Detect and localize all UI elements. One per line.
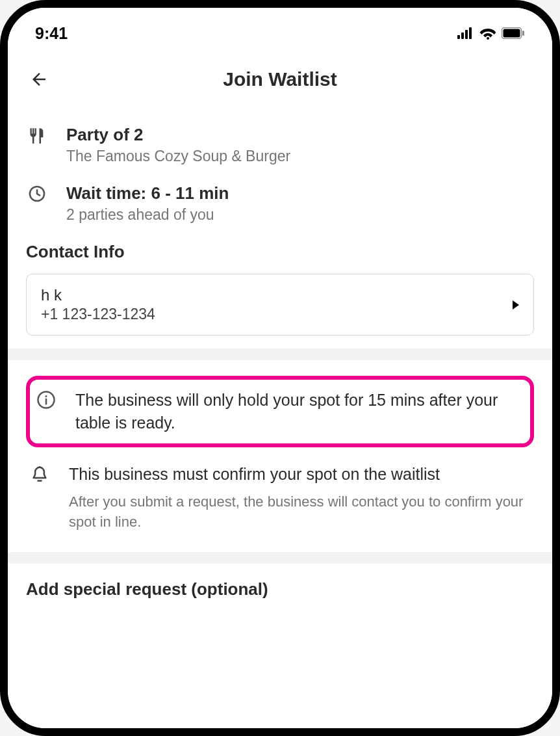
svg-rect-7: [522, 31, 524, 36]
wifi-icon: [479, 27, 496, 40]
svg-rect-6: [503, 29, 520, 38]
bell-icon: [30, 464, 49, 485]
confirm-title: This business must confirm your spot on …: [69, 463, 531, 486]
section-divider: [8, 552, 552, 564]
svg-point-11: [45, 395, 47, 397]
svg-point-4: [487, 37, 489, 40]
contact-card[interactable]: h k +1 123-123-1234: [26, 274, 534, 335]
wait-time: Wait time: 6 - 11 min: [66, 183, 534, 204]
wait-row: Wait time: 6 - 11 min 2 parties ahead of…: [26, 183, 534, 224]
contact-name: h k: [41, 286, 155, 304]
arrow-left-icon: [29, 70, 49, 89]
svg-rect-1: [461, 33, 464, 39]
restaurant-name: The Famous Cozy Soup & Burger: [66, 148, 534, 165]
hold-spot-notice: The business will only hold your spot fo…: [26, 376, 534, 447]
status-bar: 9:41: [8, 8, 552, 40]
caret-right-icon: [513, 300, 519, 309]
restaurant-icon: [28, 126, 46, 146]
page-title: Join Waitlist: [8, 68, 552, 90]
status-icons: [457, 27, 525, 40]
svg-point-13: [39, 466, 41, 468]
svg-rect-2: [465, 30, 468, 39]
battery-icon: [502, 27, 525, 39]
svg-rect-3: [469, 27, 472, 39]
cellular-icon: [457, 27, 474, 39]
section-divider: [8, 348, 552, 360]
contact-section-title: Contact Info: [26, 242, 534, 262]
special-request-label[interactable]: Add special request (optional): [26, 579, 534, 599]
party-size: Party of 2: [66, 125, 534, 145]
confirm-detail: After you submit a request, the business…: [69, 492, 531, 532]
contact-phone: +1 123-123-1234: [41, 306, 155, 323]
clock-icon: [28, 185, 46, 203]
back-button[interactable]: [26, 66, 52, 92]
hold-spot-text: The business will only hold your spot fo…: [75, 389, 525, 434]
svg-rect-0: [457, 35, 460, 39]
confirm-notice: This business must confirm your spot on …: [26, 456, 534, 539]
info-icon: [36, 390, 56, 410]
queue-position: 2 parties ahead of you: [66, 206, 534, 224]
header: Join Waitlist: [8, 40, 552, 105]
party-row: Party of 2 The Famous Cozy Soup & Burger: [26, 125, 534, 165]
